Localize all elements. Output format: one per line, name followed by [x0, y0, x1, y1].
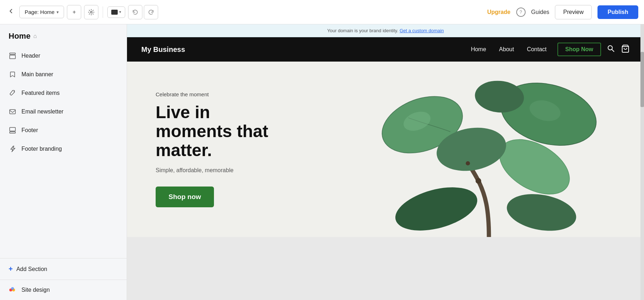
- sidebar-item-email-newsletter[interactable]: Email newsletter: [0, 102, 127, 121]
- undo-button[interactable]: [128, 5, 142, 19]
- sidebar-item-header-label: Header: [21, 53, 40, 59]
- desktop-icon: [111, 10, 118, 15]
- site-nav-links: Home About Contact: [471, 46, 547, 53]
- plus-icon: +: [9, 265, 13, 273]
- preview-button[interactable]: Preview: [555, 5, 592, 19]
- sidebar-item-main-banner[interactable]: Main banner: [0, 65, 127, 84]
- undo-redo-group: [128, 5, 158, 19]
- nav-link-home[interactable]: Home: [471, 46, 486, 53]
- publish-button[interactable]: Publish: [597, 5, 638, 19]
- svg-rect-6: [10, 132, 15, 133]
- website-preview: My Business Home About Contact Shop Now: [127, 37, 644, 237]
- tag-icon: [9, 89, 16, 97]
- svg-rect-2: [10, 55, 15, 59]
- hero-headline: Live in moments that matter.: [156, 103, 284, 160]
- home-icon: ⌂: [33, 33, 37, 39]
- sidebar-item-header[interactable]: Header: [0, 47, 127, 65]
- bolt-icon: [9, 145, 16, 153]
- domain-banner-text: Your domain is your brand identity.: [327, 28, 399, 33]
- toolbar-left: Page: Home ▾ +: [6, 5, 98, 19]
- site-nav: My Business Home About Contact Shop Now: [127, 37, 644, 62]
- sidebar-title-row: Home ⌂: [0, 24, 127, 45]
- site-design-icon: [9, 286, 17, 294]
- upgrade-button[interactable]: Upgrade: [487, 9, 511, 15]
- sidebar-title: Home: [9, 32, 30, 41]
- bookmark-icon: [9, 71, 16, 78]
- svg-point-24: [475, 178, 481, 184]
- guides-button[interactable]: Guides: [531, 9, 550, 15]
- help-button[interactable]: ?: [516, 8, 526, 17]
- add-icon: +: [73, 9, 76, 15]
- search-icon[interactable]: [607, 44, 615, 55]
- site-brand: My Business: [141, 45, 185, 54]
- nav-link-contact[interactable]: Contact: [527, 46, 547, 53]
- add-section-button[interactable]: + Add Section: [0, 258, 127, 280]
- hero-cta-button[interactable]: Shop now: [156, 187, 214, 207]
- sidebar-item-featured-items-label: Featured items: [21, 90, 60, 96]
- sidebar-item-footer-branding[interactable]: Footer branding: [0, 140, 127, 158]
- cart-icon[interactable]: [621, 44, 630, 55]
- sidebar: Home ⌂ Header Main banner: [0, 24, 127, 300]
- sidebar-item-footer[interactable]: Footer: [0, 121, 127, 140]
- toolbar: Page: Home ▾ + ▾: [0, 0, 644, 24]
- sidebar-sections: Header Main banner Featured items: [0, 45, 127, 258]
- domain-banner-link[interactable]: Get a custom domain: [400, 28, 444, 33]
- svg-point-3: [14, 91, 14, 92]
- site-nav-cta-button[interactable]: Shop Now: [557, 43, 601, 56]
- hero-content: Celebrate the moment Live in moments tha…: [127, 70, 313, 228]
- sidebar-item-main-banner-label: Main banner: [21, 71, 53, 78]
- toolbar-right: Upgrade ? Guides Preview Publish: [487, 5, 638, 19]
- hero-tagline: Celebrate the moment: [156, 91, 284, 97]
- svg-point-9: [11, 287, 14, 290]
- domain-banner: Your domain is your brand identity. Get …: [127, 24, 644, 37]
- redo-button[interactable]: [144, 5, 158, 19]
- sidebar-item-footer-branding-label: Footer branding: [21, 146, 62, 152]
- canvas-area: Your domain is your brand identity. Get …: [127, 24, 644, 300]
- sidebar-item-email-newsletter-label: Email newsletter: [21, 108, 63, 115]
- hero-section: Celebrate the moment Live in moments tha…: [127, 62, 644, 237]
- hero-subtext: Simple, affordable, memorable: [156, 167, 284, 174]
- nav-link-about[interactable]: About: [499, 46, 514, 53]
- mail-icon: [9, 108, 16, 115]
- page-label: Page: Home: [25, 9, 54, 15]
- page-selector-chevron: ▾: [57, 10, 59, 15]
- hero-plant: [334, 62, 644, 237]
- svg-rect-4: [10, 110, 15, 114]
- sidebar-item-featured-items[interactable]: Featured items: [0, 84, 127, 102]
- device-selector[interactable]: ▾: [107, 6, 125, 18]
- back-button[interactable]: [6, 6, 16, 18]
- footer-icon: [9, 127, 16, 134]
- svg-rect-1: [10, 53, 15, 54]
- device-chevron: ▾: [119, 10, 121, 14]
- add-section-label: Add Section: [16, 266, 47, 272]
- layout-icon: [9, 52, 16, 59]
- main-layout: Home ⌂ Header Main banner: [0, 24, 644, 300]
- site-design-label: Site design: [21, 287, 50, 293]
- site-nav-icons: [607, 44, 630, 55]
- page-selector[interactable]: Page: Home ▾: [19, 6, 64, 18]
- settings-button[interactable]: [84, 5, 98, 19]
- svg-point-25: [466, 161, 470, 165]
- toolbar-divider-1: [103, 6, 103, 18]
- site-design-button[interactable]: Site design: [0, 280, 127, 300]
- svg-point-0: [91, 11, 92, 13]
- add-section-button[interactable]: +: [67, 5, 81, 19]
- sidebar-item-footer-label: Footer: [21, 127, 38, 134]
- svg-rect-5: [10, 127, 15, 131]
